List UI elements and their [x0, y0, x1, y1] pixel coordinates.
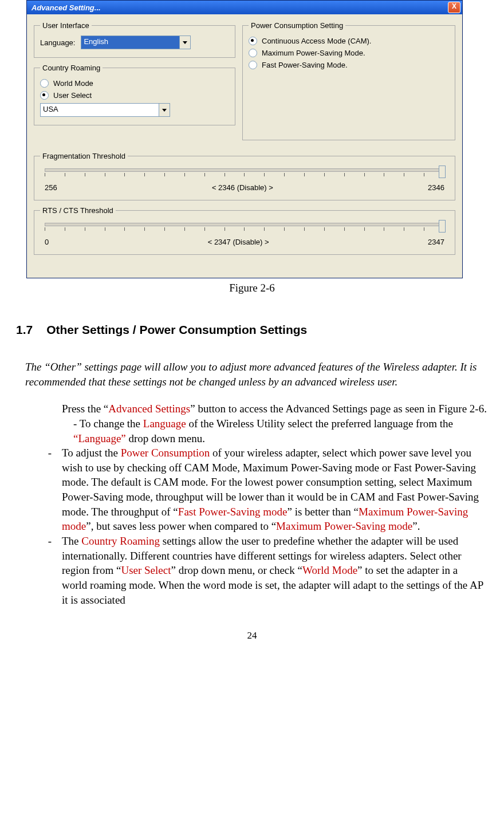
slider-thumb[interactable] — [439, 166, 446, 178]
chevron-down-icon[interactable] — [159, 104, 170, 116]
dialog-title-bar: Advanced Setting... X — [27, 1, 462, 14]
section-number: 1.7 — [16, 323, 33, 337]
fragmentation-slider[interactable] — [45, 166, 444, 181]
advanced-setting-dialog-screenshot: Advanced Setting... X User Interface Lan… — [26, 0, 463, 278]
user-select-label: User Select — [53, 91, 92, 100]
rts-value: < 2347 (Disable) > — [49, 238, 428, 246]
user-select-radio-row[interactable]: User Select — [40, 91, 229, 100]
world-mode-label: World Mode — [53, 79, 93, 88]
page-number: 24 — [16, 630, 488, 641]
instruction-paragraph: Press the “Advanced Settings” button to … — [62, 401, 488, 416]
intro-paragraph: The “Other” settings page will allow you… — [25, 360, 488, 389]
user-interface-legend: User Interface — [40, 21, 92, 30]
red-text: “Language” — [73, 432, 126, 444]
sub-bullet-language: - To change the Language of the Wireless… — [73, 416, 488, 446]
user-interface-group: User Interface Language: English — [34, 21, 235, 58]
bullet-power-consumption: - To adjust the Power Consumption of you… — [16, 446, 488, 534]
section-heading: 1.7 Other Settings / Power Consumption S… — [16, 323, 488, 337]
red-text: Advanced Settings — [108, 403, 190, 415]
fragmentation-min: 256 — [45, 183, 57, 192]
dialog-title: Advanced Setting... — [32, 3, 101, 12]
world-mode-radio-row[interactable]: World Mode — [40, 79, 229, 88]
language-label: Language: — [40, 38, 75, 47]
language-combo[interactable]: English — [81, 36, 191, 49]
bullet-country-roaming: - The Country Roaming settings allow the… — [16, 534, 488, 607]
red-text: Maximum Power-Saving mode — [276, 520, 412, 532]
fast-radio-row[interactable]: Fast Power-Saving Mode. — [249, 61, 449, 69]
country-roaming-group: Country Roaming World Mode User Select U… — [34, 64, 235, 125]
red-text: User Select — [121, 564, 171, 576]
power-consumption-group: Power Consumption Setting Continuous Acc… — [242, 21, 455, 140]
country-value: USA — [41, 104, 159, 116]
close-icon[interactable]: X — [448, 2, 460, 13]
max-label: Maximum Power-Saving Mode. — [262, 49, 365, 57]
cam-label: Continuous Access Mode (CAM). — [262, 37, 371, 45]
radio-icon[interactable] — [40, 79, 49, 88]
red-text: Language — [143, 418, 186, 430]
radio-icon[interactable] — [40, 91, 49, 100]
red-text: World Mode — [302, 564, 357, 576]
slider-thumb[interactable] — [439, 220, 446, 233]
dialog-client-area: User Interface Language: English Country… — [27, 14, 462, 278]
country-combo[interactable]: USA — [40, 103, 170, 117]
rts-max: 2347 — [428, 238, 444, 246]
power-consumption-legend: Power Consumption Setting — [249, 21, 345, 30]
fragmentation-value: < 2346 (Disable) > — [57, 183, 428, 192]
red-text: Power Consumption — [121, 447, 210, 459]
red-text: Country Roaming — [81, 535, 160, 547]
rts-cts-threshold-group: RTS / CTS Threshold 0 < 2347 (Disable) >… — [34, 206, 455, 255]
radio-icon[interactable] — [249, 49, 257, 57]
fragmentation-max: 2346 — [428, 183, 444, 192]
red-text: Fast Power-Saving mode — [178, 506, 288, 518]
country-roaming-legend: Country Roaming — [40, 64, 103, 72]
rts-legend: RTS / CTS Threshold — [40, 206, 116, 215]
radio-icon[interactable] — [249, 61, 257, 69]
rts-min: 0 — [45, 238, 49, 246]
figure-caption: Figure 2-6 — [16, 282, 488, 294]
cam-radio-row[interactable]: Continuous Access Mode (CAM). — [249, 37, 449, 45]
fast-label: Fast Power-Saving Mode. — [262, 61, 348, 69]
fragmentation-threshold-group: Fragmentation Threshold 256 < 2346 (Disa… — [34, 152, 455, 200]
radio-icon[interactable] — [249, 37, 257, 45]
rts-slider[interactable] — [45, 220, 444, 235]
max-radio-row[interactable]: Maximum Power-Saving Mode. — [249, 49, 449, 57]
fragmentation-legend: Fragmentation Threshold — [40, 152, 128, 160]
language-value: English — [81, 36, 179, 49]
chevron-down-icon[interactable] — [179, 36, 190, 49]
section-title: Other Settings / Power Consumption Setti… — [46, 323, 307, 337]
